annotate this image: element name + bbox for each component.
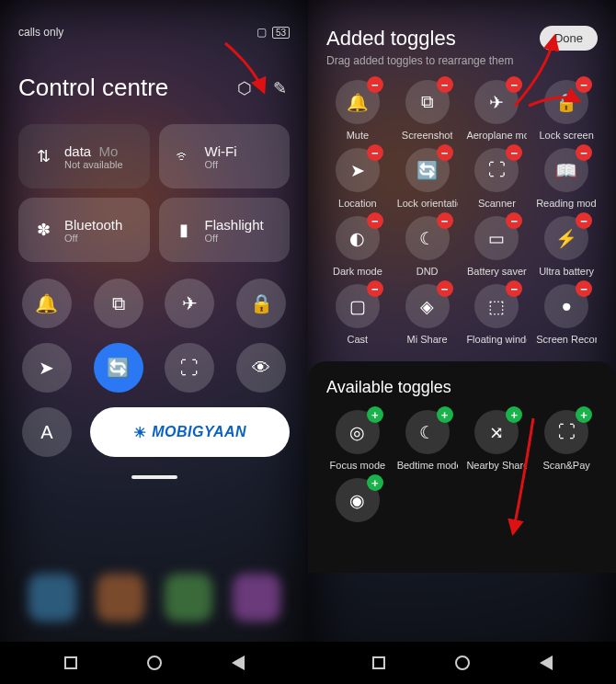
target-icon[interactable]: ◉+	[336, 478, 380, 522]
scan-icon[interactable]: ⛶−	[474, 148, 519, 192]
remove-badge-icon[interactable]: −	[437, 212, 453, 229]
added-toggle-item[interactable]: ⚡−Ultra battery	[535, 216, 598, 277]
available-toggles-grid: ◎+Focus mode☾+Bedtime mode⤨+Nearby Share…	[326, 410, 598, 528]
added-toggle-item[interactable]: ●−Screen Recorder	[535, 284, 598, 345]
added-toggle-item[interactable]: ▢−Cast	[326, 284, 389, 345]
drag-handle[interactable]	[131, 475, 177, 479]
mute-toggle[interactable]: 🔔	[22, 279, 72, 328]
remove-badge-icon[interactable]: −	[437, 144, 453, 161]
added-toggle-item[interactable]: ➤−Location	[326, 148, 389, 209]
remove-badge-icon[interactable]: −	[576, 144, 592, 161]
remove-badge-icon[interactable]: −	[506, 212, 522, 229]
remove-badge-icon[interactable]: −	[506, 144, 522, 161]
added-toggles-grid: 🔔−Mute⧉−Screenshot✈−Aeroplane mode🔒−Lock…	[326, 80, 598, 345]
added-toggle-item[interactable]: ⛶−Scanner	[466, 148, 529, 209]
remove-badge-icon[interactable]: −	[576, 280, 592, 297]
added-toggle-item[interactable]: ⬚−Floating windows	[466, 284, 529, 345]
flashlight-icon: ▮	[174, 220, 194, 240]
added-toggle-item[interactable]: ◈−Mi Share	[396, 284, 459, 345]
mobile-data-tile[interactable]: ⇅ data Mo Not available	[18, 124, 150, 188]
screenshot-icon[interactable]: ⧉−	[405, 80, 450, 124]
location-toggle[interactable]: ➤	[22, 343, 72, 393]
wifi-sub: Off	[205, 159, 237, 170]
toggle-label: Ultra battery	[539, 266, 594, 277]
flashlight-sub: Off	[205, 233, 264, 244]
toggle-label: Screen Recorder	[536, 334, 597, 345]
annotation-arrow-edit	[216, 39, 271, 103]
floating-icon[interactable]: ⬚−	[474, 284, 519, 328]
big-toggle-grid: ⇅ data Mo Not available ᯤ Wi-Fi Off ✽ Bl…	[18, 124, 290, 262]
page-title: Control centre	[18, 74, 168, 102]
cast-icon[interactable]: ▢−	[336, 284, 380, 328]
small-toggle-grid: 🔔 ⧉ ✈ 🔒 ➤ 🔄 ⛶ 👁 A ☀ MOBIGYAAN	[18, 279, 290, 457]
available-toggle-item[interactable]: ☾+Bedtime mode	[396, 410, 459, 471]
added-toggle-item[interactable]: 📖−Reading mode	[535, 148, 598, 209]
toggle-label: Reading mode	[536, 198, 597, 209]
orientation-icon[interactable]: 🔄−	[405, 148, 450, 192]
scanpay-icon[interactable]: ⛶+	[544, 410, 588, 454]
added-toggle-item[interactable]: 🔔−Mute	[326, 80, 389, 141]
brightness-slider[interactable]: ☀ MOBIGYAAN	[90, 407, 290, 457]
flashlight-label: Flashlight	[205, 217, 264, 233]
remove-badge-icon[interactable]: −	[367, 280, 383, 297]
bluetooth-label: Bluetooth	[64, 217, 122, 233]
dnd-icon[interactable]: ☾−	[405, 216, 450, 260]
remove-badge-icon[interactable]: −	[367, 144, 383, 161]
status-bar: calls only ▢ 53	[18, 0, 290, 39]
bolt-icon[interactable]: ⚡−	[544, 216, 588, 260]
battery-percent: 53	[272, 27, 290, 39]
focus-icon[interactable]: ◎+	[336, 410, 380, 454]
screenshot-toggle[interactable]: ⧉	[94, 279, 143, 328]
bluetooth-sub: Off	[64, 233, 122, 244]
added-toggle-item[interactable]: ◐−Dark mode	[326, 216, 389, 277]
add-badge-icon[interactable]: +	[367, 406, 383, 423]
location-icon[interactable]: ➤−	[336, 148, 380, 192]
record-icon[interactable]: ●−	[544, 284, 588, 328]
annotation-arrow-available	[487, 414, 542, 542]
remove-badge-icon[interactable]: −	[367, 76, 383, 93]
toggle-label: Mi Share	[407, 334, 448, 345]
orientation-toggle[interactable]: 🔄	[94, 343, 143, 393]
mishare-icon[interactable]: ◈−	[405, 284, 450, 328]
edit-icon[interactable]: ✎	[269, 78, 290, 98]
data-icon: ⇅	[33, 146, 53, 166]
wifi-tile[interactable]: ᯤ Wi-Fi Off	[159, 124, 291, 188]
remove-badge-icon[interactable]: −	[367, 212, 383, 229]
wifi-label: Wi-Fi	[205, 143, 237, 159]
battery-icon[interactable]: ▭−	[474, 216, 519, 260]
added-toggle-item[interactable]: ▭−Battery saver	[466, 216, 529, 277]
reading-icon[interactable]: 📖−	[544, 148, 588, 192]
added-toggle-item[interactable]: ⧉−Screenshot	[396, 80, 459, 141]
add-badge-icon[interactable]: +	[367, 474, 383, 491]
toggle-label: Scanner	[478, 198, 516, 209]
lock-toggle[interactable]: 🔒	[236, 279, 286, 328]
bluetooth-tile[interactable]: ✽ Bluetooth Off	[18, 198, 150, 262]
toggle-label: Aeroplane mode	[466, 130, 527, 141]
available-title: Available toggles	[326, 378, 598, 397]
eye-toggle[interactable]: 👁	[236, 343, 286, 393]
font-toggle[interactable]: A	[22, 407, 72, 457]
darkmode-icon[interactable]: ◐−	[336, 216, 380, 260]
available-toggle-item[interactable]: ◎+Focus mode	[326, 410, 389, 471]
bluetooth-icon: ✽	[33, 220, 53, 240]
toggle-label: Mute	[347, 130, 369, 141]
bedtime-icon[interactable]: ☾+	[405, 410, 450, 454]
toggle-label: Lock screen	[539, 130, 593, 141]
add-badge-icon[interactable]: +	[437, 406, 453, 423]
add-badge-icon[interactable]: +	[576, 406, 592, 423]
added-toggle-item[interactable]: 🔄−Lock orientation	[396, 148, 459, 209]
remove-badge-icon[interactable]: −	[437, 280, 453, 297]
available-toggle-item[interactable]: ◉+	[326, 478, 389, 528]
added-toggle-item[interactable]: ☾−DND	[396, 216, 459, 277]
toggle-label: Focus mode	[330, 460, 386, 471]
scan-toggle[interactable]: ⛶	[165, 343, 214, 393]
toggle-label: Screenshot	[402, 130, 453, 141]
remove-badge-icon[interactable]: −	[576, 212, 592, 229]
airplane-toggle[interactable]: ✈	[165, 279, 214, 328]
bell-icon[interactable]: 🔔−	[336, 80, 380, 124]
remove-badge-icon[interactable]: −	[437, 76, 453, 93]
available-toggle-item[interactable]: ⛶+Scan&Pay	[535, 410, 598, 471]
remove-badge-icon[interactable]: −	[506, 280, 522, 297]
flashlight-tile[interactable]: ▮ Flashlight Off	[159, 198, 291, 262]
toggle-label: Location	[338, 198, 377, 209]
